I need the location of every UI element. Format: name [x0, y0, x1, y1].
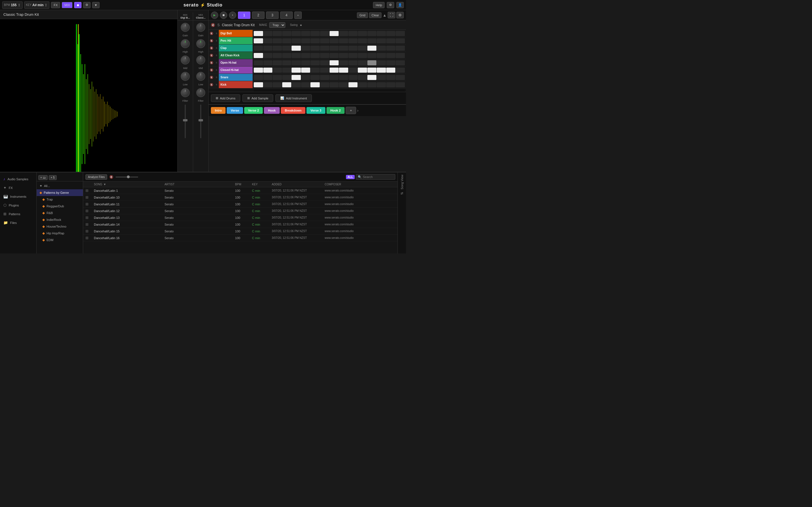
- solo-open-hihat[interactable]: S: [214, 61, 219, 64]
- tree-item-rnb[interactable]: ◆ R&B: [37, 210, 83, 216]
- step[interactable]: [349, 60, 358, 65]
- sidebar-item-plugins[interactable]: ⬡ Plugins: [0, 201, 36, 210]
- col-h-composer[interactable]: COMPOSER: [325, 183, 395, 186]
- add-sample-button[interactable]: ⊞ Add Sample: [243, 94, 273, 102]
- step[interactable]: [329, 31, 339, 36]
- fader-2[interactable]: [200, 105, 201, 138]
- gear-button[interactable]: ⚙: [387, 2, 394, 8]
- mute-perc-hit[interactable]: 🔇: [209, 39, 214, 42]
- step[interactable]: [349, 75, 358, 80]
- step[interactable]: [282, 60, 292, 65]
- step[interactable]: [377, 60, 386, 65]
- filter-knob-2[interactable]: [196, 88, 205, 97]
- step[interactable]: [273, 31, 282, 36]
- step[interactable]: [254, 75, 263, 80]
- file-list-item[interactable]: ⊞ Dancehall/Latin 12 Serato 100 C min 3/…: [83, 208, 398, 214]
- sidebar-item-fx[interactable]: ✦ FX: [0, 183, 36, 192]
- step[interactable]: [367, 31, 377, 36]
- tree-item-all[interactable]: ✦ All...: [37, 182, 83, 189]
- step[interactable]: [292, 82, 301, 87]
- solo-kick[interactable]: S: [214, 83, 219, 86]
- high-knob-2[interactable]: [196, 39, 205, 48]
- step[interactable]: [396, 31, 405, 36]
- step[interactable]: [339, 46, 348, 51]
- sidebar-item-files[interactable]: 📁 Files: [0, 218, 36, 227]
- tree-item-trap[interactable]: ◆ Trap: [37, 196, 83, 203]
- step[interactable]: [320, 82, 329, 87]
- step[interactable]: [301, 38, 310, 43]
- mute-closed-hihat[interactable]: 🔇: [209, 68, 214, 71]
- settings-seq-button[interactable]: ⚙: [396, 12, 404, 18]
- add-instrument-button[interactable]: 📊 Add Instrument: [275, 94, 312, 102]
- step[interactable]: [377, 75, 386, 80]
- solo-closed-hihat[interactable]: S: [214, 69, 219, 71]
- bpm-control[interactable]: BPM 155 ⬆: [2, 1, 22, 9]
- step[interactable]: [310, 75, 320, 80]
- step[interactable]: [329, 38, 339, 43]
- mix-tab-1[interactable]: MIX Digi B...: [177, 12, 193, 20]
- step[interactable]: [263, 68, 273, 73]
- mute-alt-clean-kick[interactable]: 🔇: [209, 54, 214, 57]
- step[interactable]: [329, 82, 339, 87]
- step[interactable]: [339, 60, 348, 65]
- expand-button[interactable]: ▼: [92, 2, 100, 8]
- swing-toggle[interactable]: ●: [300, 23, 302, 27]
- step[interactable]: [339, 75, 348, 80]
- step[interactable]: [349, 31, 358, 36]
- waveform-drunk-flutes[interactable]: [254, 89, 405, 92]
- step[interactable]: [367, 75, 377, 80]
- step[interactable]: [301, 82, 310, 87]
- step[interactable]: [349, 46, 358, 51]
- solo-snare[interactable]: S: [214, 76, 219, 78]
- arr-verse2[interactable]: Verse 2: [244, 107, 263, 114]
- step[interactable]: [310, 31, 320, 36]
- step[interactable]: [386, 53, 396, 58]
- col-h-bpm[interactable]: BPM: [235, 183, 252, 186]
- step[interactable]: [282, 38, 292, 43]
- mute-kick[interactable]: 🔇: [209, 83, 214, 86]
- step[interactable]: [386, 60, 396, 65]
- step[interactable]: [358, 75, 367, 80]
- step[interactable]: [358, 82, 367, 87]
- step[interactable]: [320, 68, 329, 73]
- arr-intro[interactable]: Intro: [211, 107, 225, 114]
- step[interactable]: [386, 31, 396, 36]
- solo-digi-bell[interactable]: S: [214, 32, 219, 35]
- step[interactable]: [292, 38, 301, 43]
- sidebar-item-audio-samples[interactable]: ♪ Audio Samples: [0, 175, 36, 183]
- arrows-icon[interactable]: ⇄: [401, 191, 403, 195]
- step[interactable]: [396, 82, 405, 87]
- step[interactable]: [254, 82, 263, 87]
- analyze-files-button[interactable]: Analyze Files: [86, 174, 107, 180]
- add-5-button[interactable]: + 5: [49, 175, 57, 180]
- file-list-item[interactable]: ⊞ Dancehall/Latin 1 Serato 100 C min 3/0…: [83, 187, 398, 194]
- step[interactable]: [273, 38, 282, 43]
- mute-clap[interactable]: 🔇: [209, 47, 214, 50]
- fullscreen-button[interactable]: ⛶: [388, 12, 395, 18]
- step[interactable]: [263, 82, 273, 87]
- step[interactable]: [377, 46, 386, 51]
- settings-button[interactable]: ⚙: [83, 2, 91, 8]
- help-button[interactable]: Help: [373, 2, 385, 8]
- file-list-item[interactable]: ⊞ Dancehall/Latin 10 Serato 100 C min 3/…: [83, 194, 398, 201]
- high-knob-1[interactable]: [181, 39, 190, 48]
- step[interactable]: [292, 75, 301, 80]
- pattern-btn-4[interactable]: 4: [280, 11, 293, 19]
- step[interactable]: [396, 60, 405, 65]
- step[interactable]: [254, 60, 263, 65]
- step[interactable]: [310, 82, 320, 87]
- step[interactable]: [292, 31, 301, 36]
- pattern-add-button[interactable]: +: [294, 11, 302, 19]
- song-view-label[interactable]: Song View: [400, 175, 404, 189]
- add-folder-button[interactable]: + 🗂: [38, 175, 48, 180]
- sidebar-item-instruments[interactable]: 🎹 Instruments: [0, 192, 36, 201]
- arr-verse[interactable]: Verse: [227, 107, 243, 114]
- step[interactable]: [263, 38, 273, 43]
- tree-item-indie-rock[interactable]: ◆ Indie/Rock: [37, 216, 83, 223]
- solo-icon[interactable]: S: [217, 23, 220, 27]
- step[interactable]: [386, 38, 396, 43]
- step[interactable]: [301, 31, 310, 36]
- step[interactable]: [310, 60, 320, 65]
- step[interactable]: [301, 75, 310, 80]
- mute-preview-icon[interactable]: 🔇: [109, 175, 113, 179]
